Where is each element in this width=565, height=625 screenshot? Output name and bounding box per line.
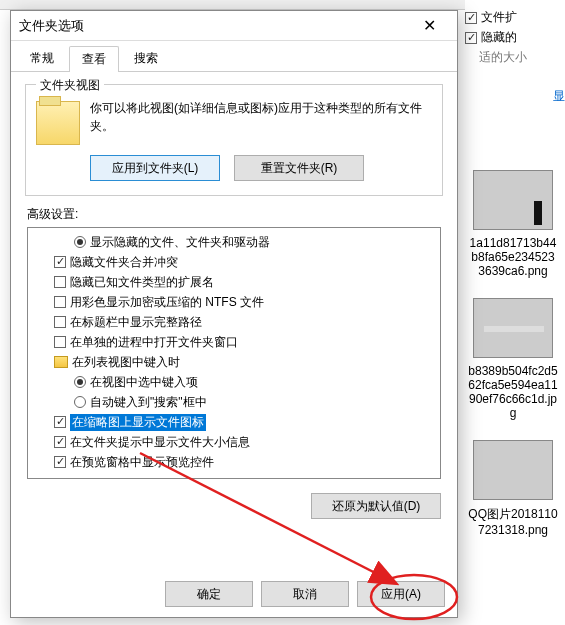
selected-item-label: 在缩略图上显示文件图标 (70, 414, 206, 431)
ok-button[interactable]: 确定 (165, 581, 253, 607)
opt-listnav-folder[interactable]: 在列表视图中键入时 (30, 352, 438, 372)
checkbox-icon (54, 276, 66, 288)
opt-preview-pane[interactable]: 在预览窗格中显示预览控件 (30, 452, 438, 472)
close-button[interactable]: ✕ (409, 12, 449, 40)
tab-view[interactable]: 查看 (69, 46, 119, 72)
checkbox-icon (54, 336, 66, 348)
tab-search[interactable]: 搜索 (121, 45, 171, 71)
checkbox-icon (54, 436, 66, 448)
folder-view-desc: 你可以将此视图(如详细信息或图标)应用于这种类型的所有文件夹。 (90, 99, 432, 135)
thumb-image-3 (473, 440, 553, 500)
checkbox-icon (54, 316, 66, 328)
opt-tip-size[interactable]: 在文件夹提示中显示文件大小信息 (30, 432, 438, 452)
advanced-settings-tree[interactable]: 显示隐藏的文件、文件夹和驱动器 隐藏文件夹合并冲突 隐藏已知文件类型的扩展名 用… (27, 227, 441, 479)
checkbox-icon (54, 416, 66, 428)
opt-thumb-fileicon[interactable]: 在缩略图上显示文件图标 (30, 412, 438, 432)
opt-show-hidden[interactable]: 显示隐藏的文件、文件夹和驱动器 (30, 232, 438, 252)
checkbox-icon (54, 456, 66, 468)
opt-listnav-search[interactable]: 自动键入到"搜索"框中 (30, 392, 438, 412)
thumb-filename-3: QQ图片20181107231318.png (468, 506, 558, 537)
apply-button[interactable]: 应用(A) (357, 581, 445, 607)
file-thumb-2[interactable]: b8389b504fc2d562fca5e594ea1190ef76c66c1d… (468, 298, 558, 420)
bg-option-hidden[interactable]: 隐藏的 (465, 29, 565, 46)
folder-view-legend: 文件夹视图 (36, 77, 104, 94)
tab-general[interactable]: 常规 (17, 45, 67, 71)
opt-listnav-select[interactable]: 在视图中选中键入项 (30, 372, 438, 392)
thumb-image-1 (473, 170, 553, 230)
cancel-button[interactable]: 取消 (261, 581, 349, 607)
restore-defaults-button[interactable]: 还原为默认值(D) (311, 493, 441, 519)
bg-more-link[interactable]: 显 (465, 88, 565, 105)
tab-strip: 常规 查看 搜索 (11, 41, 457, 72)
bg-muted-text: 适的大小 (479, 49, 565, 66)
advanced-settings-label: 高级设置: (27, 206, 441, 223)
radio-icon (74, 396, 86, 408)
thumb-filename-1: 1a11d81713b44b8fa65e2345233639ca6.png (468, 236, 558, 278)
bg-option-hidden-label: 隐藏的 (481, 29, 517, 46)
file-thumb-1[interactable]: 1a11d81713b44b8fa65e2345233639ca6.png (468, 170, 558, 278)
opt-hide-merge[interactable]: 隐藏文件夹合并冲突 (30, 252, 438, 272)
folder-options-dialog: 文件夹选项 ✕ 常规 查看 搜索 文件夹视图 你可以将此视图(如详细信息或图标)… (10, 10, 458, 618)
file-thumb-3[interactable]: QQ图片20181107231318.png (468, 440, 558, 537)
apply-to-folders-button[interactable]: 应用到文件夹(L) (90, 155, 220, 181)
folder-view-group: 文件夹视图 你可以将此视图(如详细信息或图标)应用于这种类型的所有文件夹。 应用… (25, 84, 443, 196)
radio-icon (74, 376, 86, 388)
folder-icon (36, 101, 80, 145)
titlebar: 文件夹选项 ✕ (11, 11, 457, 41)
opt-fullpath[interactable]: 在标题栏中显示完整路径 (30, 312, 438, 332)
bg-option-ext-label: 文件扩 (481, 9, 517, 26)
checkbox-icon (54, 296, 66, 308)
dialog-title: 文件夹选项 (19, 17, 409, 35)
bg-option-ext[interactable]: 文件扩 (465, 9, 565, 26)
opt-ntfs-color[interactable]: 用彩色显示加密或压缩的 NTFS 文件 (30, 292, 438, 312)
reset-folders-button[interactable]: 重置文件夹(R) (234, 155, 364, 181)
folder-node-icon (54, 356, 68, 368)
checkbox-icon (54, 256, 66, 268)
opt-sep-process[interactable]: 在单独的进程中打开文件夹窗口 (30, 332, 438, 352)
opt-hide-ext[interactable]: 隐藏已知文件类型的扩展名 (30, 272, 438, 292)
thumb-filename-2: b8389b504fc2d562fca5e594ea1190ef76c66c1d… (468, 364, 558, 420)
radio-icon (74, 236, 86, 248)
thumb-image-2 (473, 298, 553, 358)
